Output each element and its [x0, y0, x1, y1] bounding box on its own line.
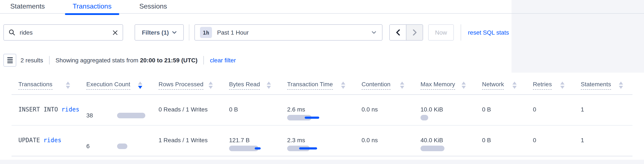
rows-processed-cell: 0 Reads / 1 Writes: [152, 95, 222, 125]
chevron-down-icon: [372, 31, 376, 34]
network-cell: 0 B: [475, 95, 526, 125]
search-input[interactable]: [19, 28, 112, 36]
clear-search-icon[interactable]: [112, 29, 118, 36]
contention-cell: 0.0 ns: [355, 95, 414, 125]
rows-processed-cell: 1 Reads / 1 Writes: [152, 126, 222, 156]
sort-arrows-icon: [400, 82, 404, 89]
previous-interval-button[interactable]: [390, 25, 406, 40]
column-header-statements[interactable]: Statements: [574, 72, 632, 94]
chevron-down-icon: [172, 31, 176, 34]
now-button[interactable]: Now: [428, 24, 454, 40]
transaction-fingerprint: INSERT INTOrides: [12, 95, 80, 125]
separator: [204, 56, 204, 64]
sort-arrows-icon: [208, 82, 213, 89]
tab-statements[interactable]: Statements: [2, 0, 52, 13]
results-count: 2 results: [20, 57, 43, 64]
transaction-link[interactable]: rides: [61, 106, 79, 113]
results-bar: 2 results Showing aggregated stats from …: [4, 54, 236, 66]
aggregated-stats-text: Showing aggregated stats from 20:00 to 2…: [56, 57, 198, 64]
column-header-execution-count[interactable]: Execution Count: [80, 72, 152, 94]
transaction-link[interactable]: rides: [43, 137, 61, 144]
bytes-read-cell: 0 B: [222, 95, 280, 125]
reset-sql-stats-link[interactable]: reset SQL stats: [468, 29, 509, 36]
transaction-fingerprint: UPDATErides: [12, 126, 80, 156]
statements-cell: 1: [574, 95, 632, 125]
bytes-read-cell: 121.7 B: [222, 126, 280, 156]
max-memory-cell: 40.0 KiB: [414, 126, 475, 156]
bytes-read-bar: [229, 146, 258, 151]
tab-bar: Statements Transactions Sessions: [2, 0, 175, 13]
sort-arrows-icon: [341, 82, 345, 89]
sort-arrows-icon: [462, 82, 466, 89]
column-header-transactions[interactable]: Transactions: [12, 72, 80, 94]
column-selector-button[interactable]: [4, 54, 16, 66]
column-header-rows-processed[interactable]: Rows Processed: [152, 72, 222, 94]
tab-sessions[interactable]: Sessions: [132, 0, 175, 13]
time-nav-group: [389, 24, 423, 40]
statements-cell: 1: [574, 126, 632, 156]
column-header-network[interactable]: Network: [475, 72, 526, 94]
column-header-contention[interactable]: Contention: [355, 72, 414, 94]
contention-cell: 0.0 ns: [355, 126, 414, 156]
retries-cell: 0: [526, 95, 574, 125]
column-header-max-memory[interactable]: Max Memory: [414, 72, 475, 94]
execution-count-cell: 38: [80, 95, 152, 125]
max-memory-cell: 10.0 KiB: [414, 95, 475, 125]
separator: [49, 56, 50, 64]
stats-time-range: 20:00 to 21:59 (UTC): [140, 57, 198, 64]
max-memory-bar: [420, 146, 444, 151]
sort-arrows-icon: [138, 82, 142, 89]
transaction-time-marker: [299, 147, 317, 150]
network-cell: 0 B: [475, 126, 526, 156]
time-range-badge: 1h: [200, 27, 212, 38]
time-range-label: Past 1 Hour: [217, 29, 249, 36]
next-interval-button[interactable]: [406, 25, 423, 40]
execution-count-bar: [117, 143, 127, 149]
sort-arrows-icon: [267, 82, 271, 89]
execution-count-cell: 6: [80, 126, 152, 156]
bytes-read-marker: [255, 147, 261, 150]
table-header-row: Transactions Execution Count Rows Proces…: [12, 72, 632, 95]
column-header-transaction-time[interactable]: Transaction Time: [280, 72, 355, 94]
retries-cell: 0: [526, 126, 574, 156]
execution-count-bar: [117, 112, 145, 118]
time-range-picker[interactable]: 1h Past 1 Hour: [194, 24, 382, 40]
search-box: [4, 24, 123, 40]
transaction-time-marker: [305, 116, 319, 119]
column-header-bytes-read[interactable]: Bytes Read: [222, 72, 280, 94]
sort-arrows-icon: [560, 82, 564, 89]
transaction-time-cell: 2.6 ms: [280, 95, 355, 125]
filters-button[interactable]: Filters (1): [134, 24, 184, 40]
search-icon: [9, 30, 15, 36]
column-header-retries[interactable]: Retries: [526, 72, 574, 94]
clear-filter-link[interactable]: clear filter: [210, 57, 236, 64]
toolbar-divider: [189, 24, 189, 40]
transaction-time-cell: 2.3 ms: [280, 126, 355, 156]
sort-arrows-icon: [512, 82, 517, 89]
sort-arrows-icon: [66, 82, 70, 89]
toolbar: Filters (1) 1h Past 1 Hour Now reset SQL…: [4, 24, 509, 40]
sort-arrows-icon: [619, 82, 623, 89]
sql-activity-page: Statements Transactions Sessions Filters…: [0, 0, 644, 164]
tab-transactions[interactable]: Transactions: [65, 0, 119, 13]
table-row: UPDATErides 6 1 Reads / 1 Writes 121.7 B…: [12, 126, 632, 156]
transactions-table: Transactions Execution Count Rows Proces…: [12, 72, 632, 156]
max-memory-bar: [420, 115, 428, 120]
filters-label: Filters (1): [142, 29, 169, 36]
toolbar-divider-2: [461, 24, 461, 40]
table-row: INSERT INTOrides 38 0 Reads / 1 Writes 0…: [12, 95, 632, 126]
